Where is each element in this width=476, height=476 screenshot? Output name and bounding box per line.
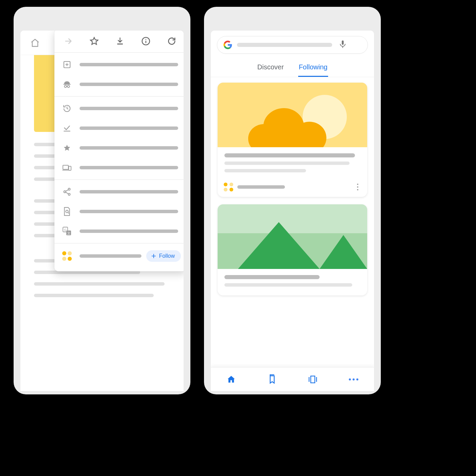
svg-point-3 [146,39,147,40]
translate-icon: G文 [62,226,72,236]
incognito-icon [62,79,72,89]
history-icon [62,103,72,114]
follow-button[interactable]: Follow [146,250,181,262]
svg-point-17 [68,193,70,196]
menu-item-translate[interactable]: G文 [54,221,184,241]
new-tab-icon [62,60,72,70]
card-more-icon[interactable] [354,184,361,190]
svg-text:文: 文 [67,232,70,235]
card-body [218,147,367,181]
feed[interactable] [211,77,374,391]
svg-point-8 [64,85,67,88]
search-bar[interactable] [217,36,368,54]
nav-home-icon[interactable] [226,374,237,385]
find-in-page-icon [62,206,72,217]
menu-item-incognito[interactable] [54,74,184,94]
phone-feed-following: Discover Following [204,7,381,394]
menu-item-label [80,190,178,193]
menu-item-label [80,146,178,150]
feed-card[interactable] [218,83,367,197]
svg-rect-0 [117,44,123,45]
svg-line-18 [66,190,68,191]
feed-tabs: Discover Following [211,60,374,77]
menu-item-label [80,126,178,130]
menu-section-1 [54,53,184,97]
download-icon[interactable] [115,36,125,46]
home-icon[interactable] [30,38,40,48]
menu-item-downloads[interactable] [54,118,184,138]
svg-line-19 [66,192,68,194]
publisher-icon [224,183,233,191]
publisher-name [237,185,285,189]
nav-bookmarks-icon[interactable] [267,374,277,385]
refresh-icon[interactable] [167,36,177,46]
menu-item-label [80,63,178,66]
menu-section-2 [54,97,184,180]
svg-text:G: G [64,228,67,232]
svg-rect-7 [63,84,71,85]
downloads-done-icon [62,123,72,133]
menu-item-label [80,230,178,233]
screen-right: Discover Following [211,31,374,391]
card-footer [218,181,367,197]
forward-icon[interactable] [63,36,73,46]
overflow-menu: G文 Follow [54,31,184,271]
svg-line-21 [68,213,69,214]
card-image-sun-cloud [218,83,367,147]
menu-section-follow: Follow [54,243,184,269]
page-content: G文 Follow [20,31,184,391]
menu-item-new-tab[interactable] [54,55,184,74]
card-body [218,269,367,295]
svg-marker-30 [320,235,367,269]
nav-tabs-icon[interactable] [307,374,318,385]
search-placeholder [237,43,332,47]
share-icon [62,187,72,197]
menu-item-history[interactable] [54,99,184,118]
menu-item-follow[interactable]: Follow [54,245,184,267]
svg-point-20 [66,210,68,213]
svg-point-9 [67,85,70,88]
menu-item-recent-tabs[interactable] [54,158,184,177]
svg-point-16 [64,191,66,193]
tab-following[interactable]: Following [298,60,328,77]
phone-chrome-menu: G文 Follow [14,7,190,394]
mic-icon[interactable] [339,40,346,50]
bookmarks-filled-icon [62,143,72,153]
card-image-hills [218,204,367,269]
svg-rect-12 [63,165,68,169]
svg-point-15 [68,188,70,190]
tab-discover[interactable]: Discover [257,60,285,77]
info-icon[interactable] [141,36,151,46]
menu-item-share[interactable] [54,182,184,202]
menu-item-label [80,210,178,213]
svg-marker-29 [238,222,320,269]
svg-rect-28 [342,40,344,45]
nav-more-icon[interactable] [348,374,359,385]
svg-rect-14 [69,166,71,170]
follow-label: Follow [159,253,175,259]
menu-top-icons [54,31,184,53]
menu-item-label [80,254,141,258]
menu-item-label [80,107,178,110]
menu-section-3: G文 [54,180,184,243]
menu-item-bookmarks[interactable] [54,138,184,158]
bottom-nav [211,367,374,391]
menu-item-find-in-page[interactable] [54,202,184,221]
star-icon[interactable] [89,36,99,46]
menu-item-label [80,166,178,169]
stage: G文 Follow [0,0,476,401]
feed-card[interactable] [218,204,367,295]
menu-item-label [80,83,178,86]
google-logo-icon [223,40,232,49]
publisher-icon [62,251,72,261]
devices-icon [62,163,72,173]
svg-rect-31 [311,376,315,383]
screen-left: G文 Follow [20,31,184,391]
